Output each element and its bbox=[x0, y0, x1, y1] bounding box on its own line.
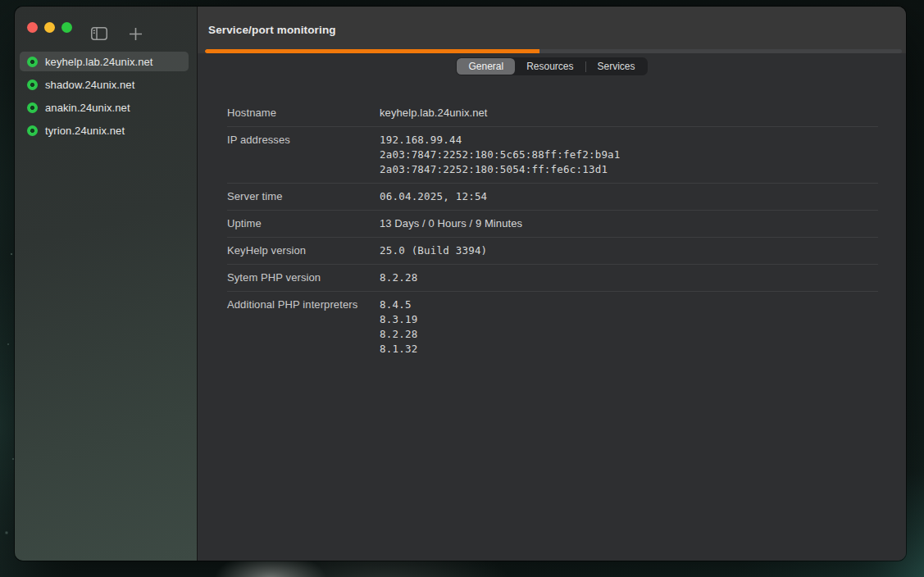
tab-resources[interactable]: Resources bbox=[515, 58, 585, 75]
row-value: keyhelp.lab.24unix.net bbox=[380, 106, 488, 120]
general-info-table: Hostname keyhelp.lab.24unix.net IP addre… bbox=[227, 100, 878, 362]
value-line: 06.04.2025, 12:54 bbox=[380, 189, 487, 204]
titlebar-progress-fill bbox=[205, 49, 539, 53]
row-value: 8.4.5 8.3.19 8.2.28 8.1.32 bbox=[380, 298, 417, 357]
sidebar-item-server[interactable]: shadow.24unix.net bbox=[20, 75, 189, 94]
server-status-online-icon bbox=[27, 80, 38, 90]
row-value: 06.04.2025, 12:54 bbox=[380, 189, 487, 204]
minimize-button[interactable] bbox=[44, 22, 55, 33]
value-line: 8.2.28 bbox=[380, 270, 417, 285]
row-value: 13 Days / 0 Hours / 9 Minutes bbox=[380, 216, 522, 231]
view-tabs: General Resources Services bbox=[456, 57, 647, 75]
value-line: 2a03:7847:2252:180:5054:ff:fe6c:13d1 bbox=[380, 162, 621, 177]
sidebar-item-server[interactable]: anakin.24unix.net bbox=[20, 98, 189, 117]
value-line: 8.2.28 bbox=[380, 327, 417, 342]
info-row-ip-addresses: IP addresses 192.168.99.44 2a03:7847:225… bbox=[227, 127, 878, 184]
server-status-online-icon bbox=[27, 57, 38, 67]
server-status-online-icon bbox=[27, 125, 38, 136]
value-line: 25.0 (Build 3394) bbox=[380, 243, 487, 258]
info-row-hostname: Hostname keyhelp.lab.24unix.net bbox=[227, 100, 878, 127]
value-line: 8.3.19 bbox=[380, 312, 417, 327]
tab-bar: General Resources Services bbox=[198, 57, 906, 75]
server-name: keyhelp.lab.24unix.net bbox=[45, 56, 153, 68]
row-label: Uptime bbox=[227, 216, 380, 231]
info-row-additional-php-interpreters: Additional PHP interpreters 8.4.5 8.3.19… bbox=[227, 292, 878, 362]
sidebar: keyhelp.lab.24unix.net shadow.24unix.net… bbox=[15, 7, 197, 561]
tab-general[interactable]: General bbox=[457, 58, 515, 75]
row-value: 192.168.99.44 2a03:7847:2252:180:5c65:88… bbox=[380, 133, 621, 177]
value-line: 192.168.99.44 bbox=[380, 133, 621, 148]
info-row-uptime: Uptime 13 Days / 0 Hours / 9 Minutes bbox=[227, 211, 878, 238]
value-line: keyhelp.lab.24unix.net bbox=[380, 106, 488, 120]
page-title: Service/port monitoring bbox=[208, 24, 336, 36]
row-label: KeyHelp version bbox=[227, 243, 380, 258]
server-name: shadow.24unix.net bbox=[45, 79, 134, 91]
traffic-lights bbox=[27, 22, 72, 33]
toggle-sidebar-button[interactable] bbox=[90, 26, 108, 41]
sidebar-toolbar bbox=[90, 26, 144, 41]
info-row-server-time: Server time 06.04.2025, 12:54 bbox=[227, 184, 878, 211]
app-window: keyhelp.lab.24unix.net shadow.24unix.net… bbox=[15, 7, 906, 561]
server-name: tyrion.24unix.net bbox=[45, 125, 125, 137]
row-value: 25.0 (Build 3394) bbox=[380, 243, 487, 258]
sidebar-item-server[interactable]: keyhelp.lab.24unix.net bbox=[20, 52, 189, 71]
close-button[interactable] bbox=[27, 22, 38, 33]
add-server-button[interactable] bbox=[126, 26, 144, 41]
info-row-system-php-version: Sytem PHP version 8.2.28 bbox=[227, 265, 878, 292]
sidebar-icon bbox=[91, 27, 107, 40]
server-status-online-icon bbox=[27, 102, 38, 113]
value-line: 8.1.32 bbox=[380, 342, 417, 357]
row-value: 8.2.28 bbox=[380, 270, 417, 285]
row-label: IP addresses bbox=[227, 133, 380, 148]
value-line: 2a03:7847:2252:180:5c65:88ff:fef2:b9a1 bbox=[380, 148, 621, 162]
value-line: 13 Days / 0 Hours / 9 Minutes bbox=[380, 216, 522, 231]
desktop: { "window": { "title": "Service/port mon… bbox=[0, 0, 924, 577]
server-name: anakin.24unix.net bbox=[45, 102, 130, 114]
sidebar-item-server[interactable]: tyrion.24unix.net bbox=[20, 120, 189, 140]
value-line: 8.4.5 bbox=[380, 298, 417, 312]
server-list: keyhelp.lab.24unix.net shadow.24unix.net… bbox=[20, 52, 189, 140]
row-label: Hostname bbox=[227, 106, 380, 120]
titlebar: Service/port monitoring bbox=[198, 7, 906, 53]
main-panel: Service/port monitoring General Resource… bbox=[197, 7, 906, 561]
titlebar-progress-track bbox=[205, 49, 902, 53]
plus-icon bbox=[129, 27, 143, 41]
tab-services[interactable]: Services bbox=[586, 58, 647, 75]
zoom-button[interactable] bbox=[61, 22, 72, 33]
row-label: Server time bbox=[227, 189, 380, 204]
row-label: Sytem PHP version bbox=[227, 270, 380, 285]
row-label: Additional PHP interpreters bbox=[227, 298, 380, 312]
info-row-keyhelp-version: KeyHelp version 25.0 (Build 3394) bbox=[227, 238, 878, 265]
